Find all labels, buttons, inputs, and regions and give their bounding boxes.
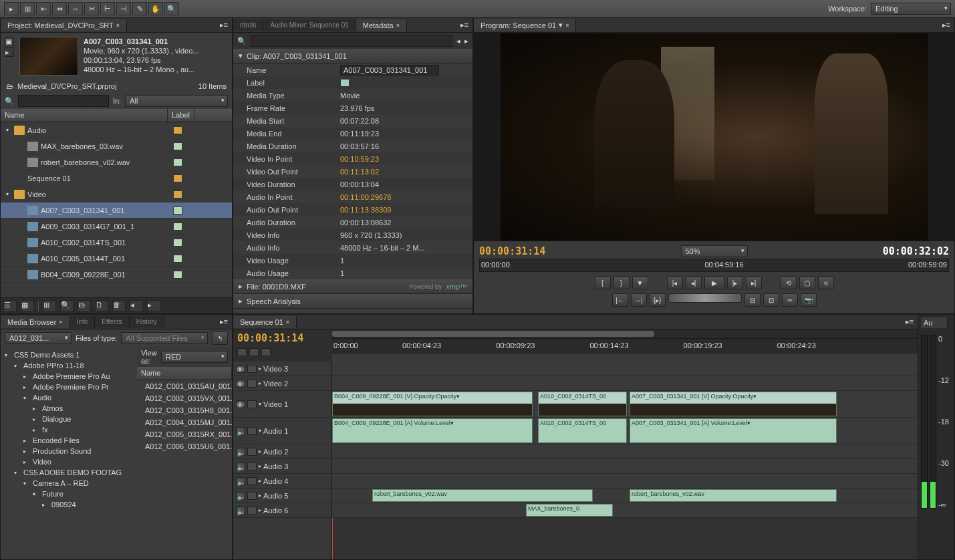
- file-item[interactable]: A012_C005_0315RX_001.R3D: [137, 428, 232, 440]
- lock-icon[interactable]: [247, 400, 257, 408]
- tree-item[interactable]: ▾Future: [1, 488, 137, 499]
- marker-icon[interactable]: [249, 348, 259, 356]
- timeline-clip[interactable]: B004_C009_09228E_001 [V] Opacity:Opacity…: [332, 392, 533, 416]
- speaker-icon[interactable]: 🔈: [236, 427, 245, 435]
- tree-item[interactable]: ▾Adobe PPro 11-18: [1, 360, 137, 371]
- trim-button[interactable]: ✂: [782, 293, 798, 307]
- icon-view-button[interactable]: ▦: [21, 300, 34, 312]
- timeline-overview[interactable]: [332, 329, 918, 339]
- poster-frame-icon[interactable]: ▣: [5, 37, 14, 46]
- in-out-button[interactable]: {▸}: [650, 293, 666, 307]
- label-swatch[interactable]: [173, 239, 182, 247]
- timeline-current-time[interactable]: 00:00:31:14: [237, 332, 328, 344]
- label-swatch[interactable]: [173, 174, 182, 182]
- project-item[interactable]: A010_C002_0314TS_001: [1, 235, 232, 251]
- metadata-tab[interactable]: Metadata×: [356, 19, 407, 31]
- panel-menu-icon[interactable]: ▸≡: [220, 317, 228, 326]
- lock-icon[interactable]: [247, 477, 257, 485]
- play-icon[interactable]: ▸: [5, 47, 14, 57]
- close-icon[interactable]: ×: [59, 319, 62, 325]
- set-marker-button[interactable]: ▼: [632, 276, 648, 289]
- lift-button[interactable]: ⊟: [744, 293, 761, 307]
- settings-icon[interactable]: [261, 348, 271, 356]
- automate-button[interactable]: ⊞: [43, 300, 56, 312]
- label-swatch[interactable]: [173, 142, 182, 150]
- file-name-column[interactable]: Name: [137, 367, 232, 380]
- program-tab[interactable]: Program: Sequence 01 ▾ ×: [474, 19, 576, 31]
- new-bin-button[interactable]: 🗁: [78, 300, 91, 312]
- ripple-edit-tool[interactable]: ⇤: [36, 2, 51, 15]
- project-item[interactable]: A009_C003_0314G7_001_1: [1, 219, 232, 235]
- project-item[interactable]: ▾Audio: [1, 122, 232, 138]
- tree-item[interactable]: ▸090924: [1, 499, 137, 510]
- file-item[interactable]: A012_C004_0315MJ_001.R3D: [137, 416, 232, 428]
- metadata-value[interactable]: 00:11:13:38309: [340, 206, 391, 214]
- close-icon[interactable]: ×: [116, 22, 120, 29]
- project-item[interactable]: A007_C003_031341_001: [1, 202, 232, 219]
- loop-button[interactable]: ⟲: [781, 276, 797, 289]
- tree-item[interactable]: ▸fx: [1, 424, 137, 435]
- timeline-clip[interactable]: A007_C003_031341_001 [V] Opacity:Opacity…: [630, 392, 837, 416]
- timeline-clip[interactable]: A007_C003_031341_001 [A] Volume:Level▾: [630, 418, 837, 443]
- next-clip-icon[interactable]: ▸: [464, 37, 468, 45]
- track-header[interactable]: 👁▸Video 2: [233, 376, 331, 391]
- speaker-icon[interactable]: 🔈: [236, 507, 245, 515]
- find-button[interactable]: 🔍: [60, 300, 74, 312]
- program-current-time[interactable]: 00:00:31:14: [479, 245, 545, 257]
- track-header[interactable]: 👁▸Video 3: [233, 362, 331, 376]
- lock-icon[interactable]: [247, 427, 257, 435]
- metadata-value[interactable]: 00:11:00:29678: [340, 193, 391, 201]
- speaker-icon[interactable]: 🔈: [236, 492, 245, 500]
- metadata-input[interactable]: A007_C003_031341_001: [340, 65, 439, 76]
- timeline-clip[interactable]: MAX_barebones_0: [526, 504, 613, 517]
- track-header[interactable]: 🔈▾Audio 1: [233, 418, 331, 444]
- lock-icon[interactable]: [247, 380, 257, 388]
- zoom-dropdown[interactable]: 50%: [681, 245, 748, 257]
- track-lane[interactable]: MAX_barebones_0: [332, 503, 918, 518]
- snap-icon[interactable]: [237, 348, 247, 356]
- info-tab[interactable]: Info: [70, 316, 96, 327]
- track-header[interactable]: 👁▾Video 1: [233, 391, 331, 418]
- file-item[interactable]: A012_C006_0315U6_001.R3D: [137, 440, 232, 452]
- prev-marker-button[interactable]: |←: [612, 293, 628, 307]
- rate-stretch-tool[interactable]: ↔: [68, 2, 83, 15]
- folder-tree[interactable]: ▾CS5 Demo Assets 1▾Adobe PPro 11-18▸Adob…: [1, 347, 137, 559]
- eye-icon[interactable]: 👁: [236, 380, 245, 388]
- program-ruler[interactable]: 00:00:00 00:04:59:16 00:09:59:09: [479, 259, 949, 272]
- timeline-clip[interactable]: A010_C002_0314TS_00: [538, 418, 627, 443]
- track-lane[interactable]: B004_C009_09228E_001 [A] Volume:Level▾A0…: [332, 418, 918, 444]
- track-header[interactable]: 🔈▸Audio 3: [233, 459, 331, 474]
- timeline-clip[interactable]: robert_barebones_v02.wav: [372, 489, 593, 502]
- panel-menu-icon[interactable]: ▸≡: [906, 317, 914, 326]
- label-swatch[interactable]: [173, 271, 182, 279]
- history-tab[interactable]: History: [130, 316, 164, 327]
- file-section-header[interactable]: ▸File: 0001D9.MXFPowered Byxmp™: [233, 279, 472, 294]
- file-list[interactable]: A012_C001_0315AU_001.R3DA012_C002_0315VX…: [137, 380, 232, 452]
- lock-icon[interactable]: [247, 462, 257, 470]
- file-item[interactable]: A012_C001_0315AU_001.R3D: [137, 380, 232, 392]
- speaker-icon[interactable]: 🔈: [236, 448, 245, 456]
- eye-icon[interactable]: 👁: [236, 365, 245, 373]
- track-header[interactable]: 🔈▸Audio 4: [233, 474, 331, 488]
- file-item[interactable]: A012_C002_0315VX_001.R3D: [137, 392, 232, 404]
- scroll-right-icon[interactable]: ▸: [147, 300, 160, 312]
- go-to-out-button[interactable]: ▸|: [746, 276, 762, 289]
- hand-tool[interactable]: ✋: [148, 2, 163, 15]
- speaker-icon[interactable]: 🔈: [236, 462, 245, 470]
- timeline-clip[interactable]: robert_barebones_v02.wav: [630, 489, 837, 502]
- zoom-tool[interactable]: 🔍: [164, 2, 179, 15]
- label-swatch[interactable]: [173, 158, 182, 166]
- project-item[interactable]: A010_C005_03144T_001: [1, 251, 232, 267]
- project-item[interactable]: MAX_barebones_03.wav: [1, 138, 232, 154]
- track-header[interactable]: 🔈▸Audio 6: [233, 503, 331, 518]
- label-swatch[interactable]: [173, 190, 182, 198]
- project-item[interactable]: robert_barebones_v02.wav: [1, 154, 232, 170]
- column-name[interactable]: Name: [1, 109, 168, 122]
- label-swatch[interactable]: [173, 206, 182, 215]
- effect-controls-tab[interactable]: ntrols: [233, 19, 263, 31]
- lock-icon[interactable]: [247, 492, 257, 500]
- slide-tool[interactable]: ⊣: [116, 2, 131, 15]
- track-lane[interactable]: [332, 459, 918, 474]
- metadata-value[interactable]: 00:10:59:23: [340, 155, 379, 163]
- browser-path-dropdown[interactable]: A012_031...: [5, 332, 72, 344]
